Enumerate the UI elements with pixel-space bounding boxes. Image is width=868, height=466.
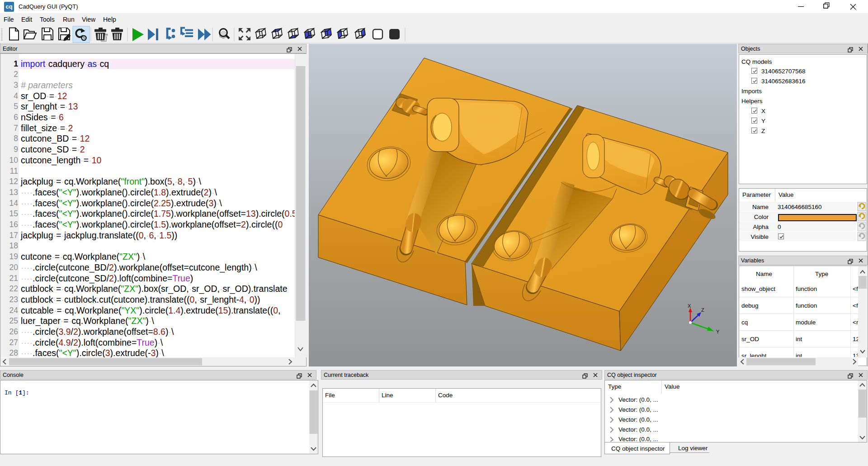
svg-text:Z: Z [701, 307, 704, 313]
svg-text:X: X [688, 303, 691, 309]
svg-text:Y: Y [716, 329, 720, 334]
